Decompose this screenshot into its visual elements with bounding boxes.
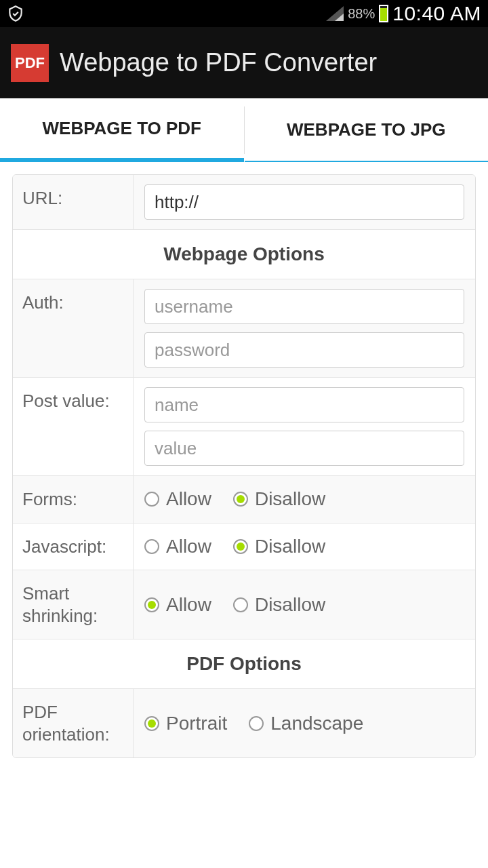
tab-webpage-to-pdf[interactable]: WEBPAGE TO PDF [0,98,244,162]
label-smart-shrinking: Smart shrinking: [13,570,134,639]
section-pdf-options: PDF Options [13,639,475,689]
radio-label: Disallow [255,488,325,510]
radio-label: Disallow [255,536,325,557]
radio-label: Allow [166,594,211,616]
row-forms: Forms: Allow Disallow [13,476,475,524]
label-javascript: Javascript: [13,524,134,570]
post-value-input[interactable] [144,431,464,466]
label-orientation: PDF orientation: [13,689,134,757]
form-container: URL: Webpage Options Auth: Post value: F… [0,162,488,770]
label-url: URL: [13,175,134,229]
row-smart-shrinking: Smart shrinking: Allow Disallow [13,570,475,639]
radio-icon [233,492,248,507]
radio-icon [233,597,248,612]
orientation-portrait-option[interactable]: Portrait [144,713,227,734]
clock: 10:40 AM [392,2,481,25]
javascript-radio-group: Allow Disallow [144,536,325,557]
radio-label: Portrait [166,713,227,734]
forms-allow-option[interactable]: Allow [144,488,211,510]
status-bar: 88% 10:40 AM [0,0,488,27]
row-auth: Auth: [13,279,475,378]
row-orientation: PDF orientation: Portrait Landscape [13,689,475,757]
forms-disallow-option[interactable]: Disallow [233,488,325,510]
tab-bar: WEBPAGE TO PDF WEBPAGE TO JPG [0,98,488,162]
auth-password-input[interactable] [144,332,464,368]
label-auth: Auth: [13,279,134,377]
orientation-landscape-option[interactable]: Landscape [249,713,363,734]
radio-icon [249,716,264,731]
app-icon: PDF [11,44,49,82]
radio-label: Landscape [270,713,363,734]
radio-icon [144,492,159,507]
radio-icon [144,597,159,612]
shrinking-allow-option[interactable]: Allow [144,594,211,616]
shrinking-radio-group: Allow Disallow [144,594,325,616]
radio-label: Disallow [255,594,325,616]
javascript-allow-option[interactable]: Allow [144,536,211,557]
radio-icon [144,716,159,731]
radio-icon [144,539,159,554]
label-post-value: Post value: [13,378,134,475]
auth-username-input[interactable] [144,289,464,324]
signal-icon [326,6,344,21]
radio-label: Allow [166,488,211,510]
radio-label: Allow [166,536,211,557]
url-input[interactable] [144,184,464,220]
battery-percent: 88% [348,6,375,22]
form: URL: Webpage Options Auth: Post value: F… [12,174,476,758]
app-title: Webpage to PDF Converter [60,48,377,77]
javascript-disallow-option[interactable]: Disallow [233,536,325,557]
row-url: URL: [13,175,475,230]
post-name-input[interactable] [144,387,464,422]
tab-webpage-to-jpg[interactable]: WEBPAGE TO JPG [245,98,489,162]
shrinking-disallow-option[interactable]: Disallow [233,594,325,616]
label-forms: Forms: [13,476,134,523]
section-webpage-options: Webpage Options [13,230,475,279]
shield-icon [7,5,24,22]
app-bar: PDF Webpage to PDF Converter [0,27,488,98]
radio-icon [233,539,248,554]
forms-radio-group: Allow Disallow [144,488,325,510]
row-post-value: Post value: [13,378,475,476]
orientation-radio-group: Portrait Landscape [144,713,363,734]
battery-icon [379,5,388,22]
row-javascript: Javascript: Allow Disallow [13,524,475,571]
